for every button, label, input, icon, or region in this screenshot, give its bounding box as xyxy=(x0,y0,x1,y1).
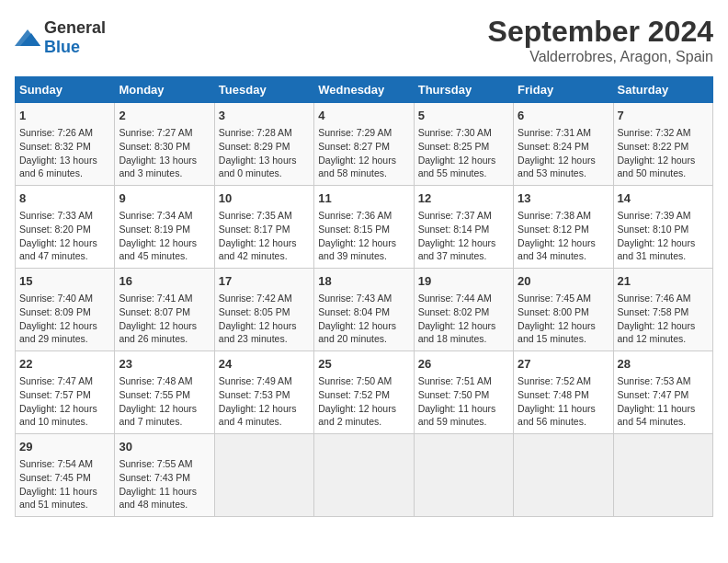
day-number: 6 xyxy=(518,108,609,124)
sunset-text: Sunset: 7:43 PM xyxy=(119,472,190,483)
sunset-text: Sunset: 7:57 PM xyxy=(19,389,91,400)
daylight-text: Daylight: 12 hoursand 55 minutes. xyxy=(418,155,496,179)
day-number: 1 xyxy=(19,108,110,124)
calendar-cell: 13Sunrise: 7:38 AMSunset: 8:12 PMDayligh… xyxy=(514,186,613,269)
sunrise-text: Sunrise: 7:29 AM xyxy=(318,127,392,138)
column-header-saturday: Saturday xyxy=(613,77,712,103)
sunset-text: Sunset: 8:25 PM xyxy=(418,141,490,152)
calendar-cell: 16Sunrise: 7:41 AMSunset: 8:07 PMDayligh… xyxy=(115,269,214,351)
sunset-text: Sunset: 7:45 PM xyxy=(19,472,91,483)
daylight-text: Daylight: 12 hoursand 2 minutes. xyxy=(318,403,396,428)
calendar-cell: 10Sunrise: 7:35 AMSunset: 8:17 PMDayligh… xyxy=(214,186,313,269)
day-number: 8 xyxy=(19,190,110,207)
sunset-text: Sunset: 8:12 PM xyxy=(518,224,589,235)
daylight-text: Daylight: 12 hoursand 26 minutes. xyxy=(119,320,197,345)
daylight-text: Daylight: 11 hoursand 48 minutes. xyxy=(119,486,197,511)
page-title: September 2024 xyxy=(488,15,713,49)
daylight-text: Daylight: 12 hoursand 34 minutes. xyxy=(518,237,596,262)
calendar-cell: 1Sunrise: 7:26 AMSunset: 8:32 PMDaylight… xyxy=(16,103,115,186)
calendar-cell xyxy=(414,434,513,517)
column-header-thursday: Thursday xyxy=(414,77,513,103)
daylight-text: Daylight: 12 hoursand 50 minutes. xyxy=(618,155,696,179)
sunrise-text: Sunrise: 7:27 AM xyxy=(119,127,192,138)
sunset-text: Sunset: 8:10 PM xyxy=(618,224,689,235)
daylight-text: Daylight: 13 hoursand 3 minutes. xyxy=(119,155,197,179)
day-number: 3 xyxy=(219,108,310,124)
logo-icon xyxy=(15,28,40,48)
daylight-text: Daylight: 12 hoursand 23 minutes. xyxy=(219,320,297,345)
daylight-text: Daylight: 12 hoursand 53 minutes. xyxy=(518,155,596,179)
sunrise-text: Sunrise: 7:38 AM xyxy=(518,210,591,221)
calendar-cell xyxy=(314,434,414,517)
calendar-cell: 4Sunrise: 7:29 AMSunset: 8:27 PMDaylight… xyxy=(314,103,414,186)
daylight-text: Daylight: 12 hoursand 7 minutes. xyxy=(119,403,197,428)
daylight-text: Daylight: 12 hoursand 42 minutes. xyxy=(219,237,297,262)
sunset-text: Sunset: 7:50 PM xyxy=(418,389,490,400)
day-number: 2 xyxy=(119,108,210,124)
day-number: 27 xyxy=(518,356,609,373)
day-number: 22 xyxy=(19,356,110,373)
calendar-cell: 23Sunrise: 7:48 AMSunset: 7:55 PMDayligh… xyxy=(115,351,214,434)
sunset-text: Sunset: 8:17 PM xyxy=(219,224,290,235)
daylight-text: Daylight: 12 hoursand 37 minutes. xyxy=(418,237,496,262)
sunrise-text: Sunrise: 7:34 AM xyxy=(119,210,192,221)
sunset-text: Sunset: 8:14 PM xyxy=(418,224,490,235)
sunrise-text: Sunrise: 7:32 AM xyxy=(618,127,691,138)
week-row-4: 22Sunrise: 7:47 AMSunset: 7:57 PMDayligh… xyxy=(16,351,713,434)
calendar-cell: 9Sunrise: 7:34 AMSunset: 8:19 PMDaylight… xyxy=(115,186,214,269)
day-number: 13 xyxy=(518,190,609,207)
week-row-2: 8Sunrise: 7:33 AMSunset: 8:20 PMDaylight… xyxy=(16,186,713,269)
day-number: 10 xyxy=(219,190,310,207)
calendar-cell: 18Sunrise: 7:43 AMSunset: 8:04 PMDayligh… xyxy=(314,269,414,351)
daylight-text: Daylight: 12 hoursand 18 minutes. xyxy=(418,320,496,345)
daylight-text: Daylight: 12 hoursand 58 minutes. xyxy=(318,155,396,179)
page-subtitle: Valderrobres, Aragon, Spain xyxy=(488,49,713,65)
day-number: 5 xyxy=(418,108,509,124)
sunset-text: Sunset: 8:05 PM xyxy=(219,306,290,317)
day-number: 25 xyxy=(318,356,409,373)
daylight-text: Daylight: 12 hoursand 4 minutes. xyxy=(219,403,297,428)
day-number: 9 xyxy=(119,190,210,207)
sunrise-text: Sunrise: 7:31 AM xyxy=(518,127,591,138)
sunset-text: Sunset: 8:24 PM xyxy=(518,141,589,152)
day-number: 23 xyxy=(119,356,210,373)
sunset-text: Sunset: 7:53 PM xyxy=(219,389,290,400)
sunrise-text: Sunrise: 7:39 AM xyxy=(618,210,691,221)
sunset-text: Sunset: 8:20 PM xyxy=(19,224,91,235)
calendar-cell: 2Sunrise: 7:27 AMSunset: 8:30 PMDaylight… xyxy=(115,103,214,186)
logo-text-general: General xyxy=(44,18,106,37)
sunset-text: Sunset: 8:15 PM xyxy=(318,224,390,235)
sunrise-text: Sunrise: 7:28 AM xyxy=(219,127,292,138)
sunset-text: Sunset: 7:47 PM xyxy=(618,389,689,400)
day-number: 16 xyxy=(119,273,210,290)
sunset-text: Sunset: 8:04 PM xyxy=(318,306,390,317)
calendar-cell: 28Sunrise: 7:53 AMSunset: 7:47 PMDayligh… xyxy=(613,351,712,434)
sunrise-text: Sunrise: 7:54 AM xyxy=(19,458,93,469)
calendar-table: SundayMondayTuesdayWednesdayThursdayFrid… xyxy=(15,76,713,517)
sunrise-text: Sunrise: 7:44 AM xyxy=(418,293,492,304)
sunrise-text: Sunrise: 7:46 AM xyxy=(618,293,691,304)
daylight-text: Daylight: 13 hoursand 6 minutes. xyxy=(19,155,97,179)
column-header-wednesday: Wednesday xyxy=(314,77,414,103)
sunset-text: Sunset: 8:07 PM xyxy=(119,306,190,317)
sunrise-text: Sunrise: 7:47 AM xyxy=(19,375,93,386)
column-header-friday: Friday xyxy=(514,77,613,103)
calendar-cell: 26Sunrise: 7:51 AMSunset: 7:50 PMDayligh… xyxy=(414,351,513,434)
day-number: 30 xyxy=(119,439,210,455)
sunrise-text: Sunrise: 7:33 AM xyxy=(19,210,93,221)
day-number: 17 xyxy=(219,273,310,290)
calendar-cell: 21Sunrise: 7:46 AMSunset: 7:58 PMDayligh… xyxy=(613,269,712,351)
sunrise-text: Sunrise: 7:50 AM xyxy=(318,375,392,386)
header: General Blue September 2024 Valderrobres… xyxy=(15,15,713,65)
calendar-cell xyxy=(514,434,613,517)
sunrise-text: Sunrise: 7:45 AM xyxy=(518,293,591,304)
calendar-cell: 20Sunrise: 7:45 AMSunset: 8:00 PMDayligh… xyxy=(514,269,613,351)
sunset-text: Sunset: 7:58 PM xyxy=(618,306,689,317)
daylight-text: Daylight: 11 hoursand 51 minutes. xyxy=(19,486,97,511)
day-number: 14 xyxy=(618,190,709,207)
daylight-text: Daylight: 12 hoursand 12 minutes. xyxy=(618,320,696,345)
calendar-cell: 17Sunrise: 7:42 AMSunset: 8:05 PMDayligh… xyxy=(214,269,313,351)
calendar-cell: 6Sunrise: 7:31 AMSunset: 8:24 PMDaylight… xyxy=(514,103,613,186)
calendar-cell: 24Sunrise: 7:49 AMSunset: 7:53 PMDayligh… xyxy=(214,351,313,434)
logo: General Blue xyxy=(15,18,106,57)
